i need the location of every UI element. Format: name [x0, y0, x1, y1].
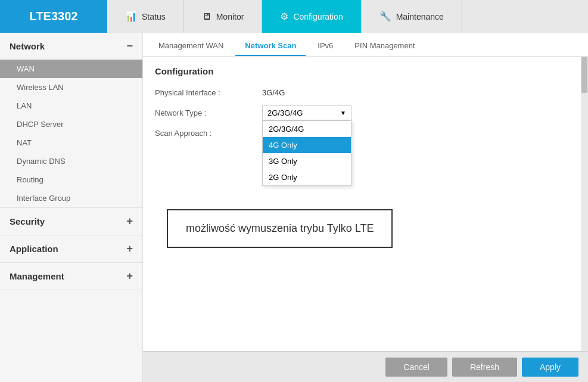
configuration-icon: ⚙	[280, 11, 288, 22]
section-title: Configuration	[155, 66, 576, 79]
physical-interface-value: 3G/4G	[262, 88, 285, 97]
sidebar-network-label: Network	[10, 41, 45, 51]
sidebar-nat-label: NAT	[17, 138, 32, 147]
main-layout: Network − WAN Wireless LAN LAN DHCP Serv…	[0, 33, 588, 382]
sidebar-application-header[interactable]: Application +	[0, 235, 142, 262]
network-type-dropdown[interactable]: 2G/3G/4G ▼ 2G/3G/4G 4G Only	[262, 105, 351, 120]
sidebar-interface-group-label: Interface Group	[17, 194, 70, 203]
sidebar-security-header[interactable]: Security +	[0, 208, 142, 235]
network-type-selected[interactable]: 2G/3G/4G ▼	[262, 105, 351, 120]
sidebar-application-label: Application	[10, 244, 58, 254]
sidebar-routing-label: Routing	[17, 175, 43, 184]
sidebar-section-security: Security +	[0, 208, 142, 235]
sub-tab-network-scan[interactable]: Network Scan	[235, 36, 306, 56]
network-type-selected-text: 2G/3G/4G	[267, 108, 303, 117]
network-collapse-icon: −	[126, 40, 133, 52]
sidebar-item-dynamic-dns[interactable]: Dynamic DNS	[0, 152, 142, 170]
tab-configuration[interactable]: ⚙ Configuration	[262, 0, 361, 33]
sidebar-item-wan[interactable]: WAN	[0, 60, 142, 78]
physical-interface-label: Physical Interface :	[155, 88, 262, 97]
application-expand-icon: +	[126, 243, 133, 255]
sidebar-item-dhcp-server[interactable]: DHCP Server	[0, 115, 142, 133]
status-icon: 📊	[125, 11, 137, 22]
sub-tab-management-wan[interactable]: Management WAN	[149, 36, 233, 56]
tab-status[interactable]: 📊 Status	[107, 0, 184, 33]
annotation-box: możliwość wymuszenia trybu Tylko LTE	[167, 209, 393, 248]
network-type-dropdown-list: 2G/3G/4G 4G Only 3G Only 2G Only	[262, 120, 351, 186]
scan-approach-row: Scan Approach :	[155, 129, 576, 138]
nav-tabs: 📊 Status 🖥 Monitor ⚙ Configuration 🔧 Mai…	[107, 0, 588, 33]
physical-interface-row: Physical Interface : 3G/4G	[155, 88, 576, 97]
tab-status-label: Status	[142, 12, 166, 21]
security-expand-icon: +	[126, 215, 133, 228]
option-4g-only[interactable]: 4G Only	[263, 137, 351, 153]
scan-approach-label: Scan Approach :	[155, 129, 262, 138]
dropdown-arrow-icon: ▼	[340, 110, 346, 116]
maintenance-icon: 🔧	[379, 11, 391, 22]
network-type-label: Network Type :	[155, 108, 262, 117]
tab-configuration-label: Configuration	[293, 12, 343, 21]
monitor-icon: 🖥	[202, 11, 211, 22]
sidebar-item-routing[interactable]: Routing	[0, 170, 142, 189]
sidebar-item-wireless-lan[interactable]: Wireless LAN	[0, 78, 142, 97]
sidebar-wireless-lan-label: Wireless LAN	[17, 83, 64, 92]
sidebar-management-label: Management	[10, 271, 64, 281]
network-type-row: Network Type : 2G/3G/4G ▼ 2G/3G/4G	[155, 105, 576, 120]
sidebar-item-lan[interactable]: LAN	[0, 97, 142, 115]
sidebar-section-management: Management +	[0, 263, 142, 290]
cancel-button[interactable]: Cancel	[385, 358, 447, 377]
sidebar-dhcp-label: DHCP Server	[17, 120, 64, 129]
option-2g3g4g[interactable]: 2G/3G/4G	[263, 121, 351, 137]
option-2g-only[interactable]: 2G Only	[263, 169, 351, 185]
annotation-text: możliwość wymuszenia trybu Tylko LTE	[186, 222, 374, 234]
sidebar-section-application: Application +	[0, 235, 142, 263]
management-expand-icon: +	[126, 270, 133, 282]
apply-button[interactable]: Apply	[522, 358, 578, 377]
sidebar-wan-label: WAN	[17, 64, 35, 73]
sub-nav: Management WAN Network Scan IPv6 PIN Man…	[143, 33, 588, 57]
option-3g-only[interactable]: 3G Only	[263, 153, 351, 169]
sidebar-management-header[interactable]: Management +	[0, 263, 142, 290]
scroll-track[interactable]	[581, 57, 588, 351]
tab-maintenance[interactable]: 🔧 Maintenance	[362, 0, 462, 33]
sidebar-network-header[interactable]: Network −	[0, 33, 142, 60]
page-content: Configuration Physical Interface : 3G/4G…	[143, 57, 588, 351]
refresh-button[interactable]: Refresh	[452, 358, 517, 377]
sub-tab-pin-management[interactable]: PIN Management	[345, 36, 424, 56]
sidebar: Network − WAN Wireless LAN LAN DHCP Serv…	[0, 33, 143, 382]
sidebar-item-nat[interactable]: NAT	[0, 133, 142, 152]
logo-area: LTE3302	[0, 0, 107, 33]
sidebar-security-label: Security	[10, 216, 45, 226]
tab-monitor[interactable]: 🖥 Monitor	[184, 0, 263, 33]
sidebar-section-network: Network − WAN Wireless LAN LAN DHCP Serv…	[0, 33, 142, 208]
sidebar-dynamic-dns-label: Dynamic DNS	[17, 157, 66, 166]
footer-bar: Cancel Refresh Apply	[143, 351, 588, 382]
sidebar-item-interface-group[interactable]: Interface Group	[0, 189, 142, 207]
tab-monitor-label: Monitor	[216, 12, 244, 21]
sub-tab-ipv6[interactable]: IPv6	[308, 36, 343, 56]
scroll-thumb[interactable]	[581, 57, 587, 93]
logo: LTE3302	[20, 6, 88, 27]
top-bar: LTE3302 📊 Status 🖥 Monitor ⚙ Configurati…	[0, 0, 588, 33]
tab-maintenance-label: Maintenance	[396, 12, 444, 21]
sidebar-lan-label: LAN	[17, 101, 32, 110]
content-area: Management WAN Network Scan IPv6 PIN Man…	[143, 33, 588, 382]
